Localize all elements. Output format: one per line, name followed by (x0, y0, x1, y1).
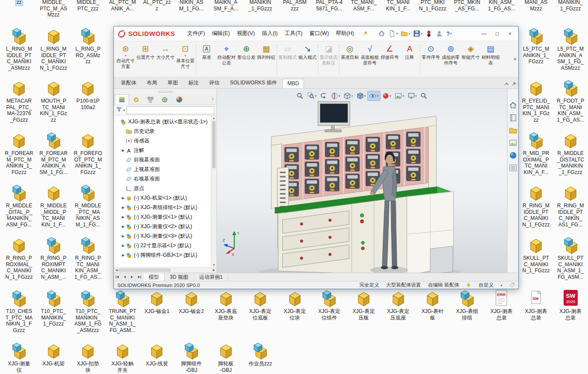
desktop-icon[interactable]: SKULL_PT C_MANIKI N_ASM_1_ FG_ASM... (554, 236, 588, 280)
graphics-viewport[interactable]: ▾▾▾▾▾▾▾▾ YZX (217, 89, 507, 273)
desktop-icon[interactable]: zz (2, 0, 36, 6)
desktop-icon[interactable]: R_RING_P ROXIMPT C_MANIKI N_ASM_... (37, 236, 71, 280)
desktop-icon[interactable]: L_RING_P RO_ASMz zz (71, 27, 105, 65)
tree-item[interactable]: 原点 (115, 184, 211, 193)
ribbon-auto-dimension-scheme[interactable]: ⊛▾自动尺寸方案 (116, 42, 136, 77)
hud-section-view-button[interactable]: ▾ (329, 91, 342, 101)
tree-expand-icon[interactable]: ▶ (121, 244, 126, 248)
displaymanager-tab[interactable] (172, 94, 186, 105)
ribbon-pattern-feature[interactable]: ▦阵列特征 (256, 42, 276, 77)
desktop-icon[interactable]: PAL_ASM zzz (278, 0, 312, 12)
pin-icon[interactable] (360, 29, 370, 39)
desktop-icon[interactable]: XJG-表定 位组件 (312, 289, 346, 321)
panel-grip[interactable] (114, 89, 216, 94)
menu-tools[interactable]: 工具(T) (281, 28, 306, 39)
tab-motion-study-1[interactable]: 运动算例1 (194, 273, 229, 281)
desktop-icon[interactable]: R_MIDDLE _DITAL_P_ MANIKIN_ ASM_FG... (2, 184, 36, 228)
tab-sketch[interactable]: 草图 (162, 77, 183, 88)
desktop-icon[interactable]: 脚脚组件 -GBJ (174, 342, 208, 373)
desktop-icon[interactable]: XJG-表定 压底座 (381, 289, 415, 321)
desktop-icon[interactable]: MANIKIN _1_FGzzz (243, 0, 277, 12)
taskpane-appearances-scenes-button[interactable] (509, 151, 517, 160)
tag-icon[interactable] (509, 282, 515, 288)
desktop-icon[interactable]: MANIKIN_ 1_FGzzz (554, 0, 588, 12)
desktop-icon[interactable]: P100-b1P 100a2 (71, 79, 105, 110)
status-large-assembly[interactable]: 大型装配体设置 (386, 282, 421, 288)
ribbon-geometric-tolerance[interactable]: ⊕形位公差 (236, 42, 256, 77)
tab-evaluate[interactable]: 评估 (204, 77, 225, 88)
desktop-icon[interactable]: R_MIDDLE _MIDDL_P TC_MANI KIN_1_F... (37, 184, 71, 228)
desktop-icon[interactable]: MIDDLE_ PTC_zzz (71, 0, 105, 12)
desktop-icon[interactable]: MOUTH_P TC_MANI KIN_1_FGz zz (37, 79, 71, 123)
desktop-icon[interactable]: KIN_ASM_ 1_FG_AS... (485, 0, 518, 12)
hud-previous-view-button[interactable] (318, 91, 329, 101)
desktop-icon[interactable]: R_MID_PR OXIMAL_P TC_MANI KIN_A_F... (519, 131, 553, 175)
scrollbar-thumb[interactable] (212, 121, 216, 168)
tree-item[interactable]: ▶A注解 (115, 145, 211, 155)
desktop-icon[interactable]: XJG-表底 座垫块 (209, 289, 243, 321)
tree-item[interactable]: 右视基准面 (115, 174, 211, 184)
menu-insert[interactable]: 插入(I) (258, 28, 281, 39)
desktop-icon[interactable]: L_RING_M IDDLE_PT C_MANIKI N_1_FGzzz (37, 27, 71, 71)
nav-last-button[interactable] (136, 273, 143, 281)
desktop-icon[interactable]: SKULL_PT C_MANIKI N_1_FGzzz (519, 236, 553, 274)
tree-expand-icon[interactable]: ▶ (121, 253, 126, 257)
tree-expand-icon[interactable]: ▶ (121, 234, 126, 238)
desktop-icon[interactable]: XJG-机架 (37, 342, 71, 367)
desktop-icon[interactable]: PAL_PTA-4 5871_FG... (312, 0, 346, 12)
desktop-icon[interactable]: NIKIN_AS M_1_FG... (174, 0, 208, 12)
desktop-icon[interactable]: MIDDLE_ PTC_M_AS Mzzz (37, 0, 71, 18)
desktop-icon[interactable]: XJG-表定 压板 (347, 289, 381, 321)
close-button[interactable]: × (504, 28, 517, 39)
desktop-icon[interactable]: SW2020XJG-测表 总装 (554, 289, 588, 321)
desktop-icon[interactable]: MAIKN_A SM_F_A... (209, 0, 243, 12)
desktop-icon[interactable]: R_MIDDLE _DISTALTC _MANIKIN _1_FGzzz (554, 131, 588, 175)
scrollbar-track[interactable] (211, 119, 216, 263)
desktop-icon[interactable]: R_FOREAR M_PTC_M ANIKIN_A SM_1_FG... (37, 131, 71, 175)
desktop-icon[interactable]: TRUNK_PT C_MANIKI N_ASM_1_ FG_ASM... (106, 289, 139, 333)
desktop-icon[interactable]: R_FOREFO OT_PTC_M ANIKIN_1_ FGzzz (71, 131, 105, 175)
desktop-icon[interactable]: XJG-钣金1 (140, 289, 174, 315)
tree-item[interactable]: ▶(-) XJG-测量仪<1> (默认) (115, 212, 211, 222)
tree-expand-icon[interactable]: ▶ (121, 215, 126, 219)
ribbon-bom[interactable]: ▤材料明细表 (481, 42, 501, 77)
tree-item[interactable]: ▶(-) XJG-测量仪<2> (默认) (115, 222, 211, 231)
nav-first-button[interactable] (114, 273, 121, 281)
tree-item[interactable]: 历史记录 (115, 126, 211, 136)
ribbon-display-state-annotation[interactable]: ◪显示状态差标注 (319, 42, 339, 77)
propertymanager-tab[interactable] (129, 94, 143, 105)
caret-down-icon[interactable]: ▾ (123, 109, 125, 112)
taskpane-file-explorer-button[interactable] (509, 126, 517, 135)
desktop-icon[interactable]: PTC_MKIN _AS_FG... (450, 0, 484, 12)
dimxpertmanager-tab[interactable] (158, 94, 172, 105)
new-document-button[interactable]: ▾ (387, 29, 399, 39)
ribbon-auto-pair-tolerance[interactable]: ⌖自动配对公差 (216, 42, 236, 77)
desktop-icon[interactable]: XJG-测量 仪 (2, 342, 36, 373)
minimize-button[interactable]: — (478, 28, 491, 39)
desktop-icon[interactable]: 作业员zzz (243, 342, 277, 367)
nav-previous-button[interactable] (121, 273, 129, 281)
pin-commandmanager-icon[interactable] (511, 81, 517, 87)
desktop-icon[interactable]: R_FOREAR M_PTC_M ANIKIN_1_ FGzzz (2, 131, 36, 175)
titlebar[interactable]: SOLIDWORKS 文件(F)编辑(E)视图(V)插入(I)工具(T)窗口(W… (114, 26, 518, 41)
scroll-down-icon[interactable]: ▼ (213, 263, 216, 266)
desktop-icon[interactable]: XJG-表组 排组 (450, 289, 484, 321)
hud-edit-appearance-button[interactable]: ▾ (380, 91, 393, 101)
hud-display-style-button[interactable]: ▾ (355, 91, 368, 101)
desktop-icon[interactable]: XJG-钣金2 (174, 289, 208, 315)
configurationmanager-tab[interactable] (143, 94, 158, 105)
ribbon-smart-dimension[interactable]: ◈智能尺寸 (461, 42, 481, 77)
tree-expand-icon[interactable]: ▶ (121, 225, 126, 229)
scrollbar-track[interactable] (117, 268, 213, 273)
desktop-icon[interactable]: 脚轮板 -GBJ (209, 342, 243, 373)
tree-expand-icon[interactable]: ▶ (121, 196, 126, 200)
desktop-icon[interactable]: METACAR PAL_PTC_ MA-22376 _FGzzz (2, 79, 36, 123)
taskpane-custom-properties-button[interactable] (509, 164, 517, 172)
tree-scrollbar[interactable]: ▲ ▼ (211, 116, 216, 267)
desktop-icon[interactable]: T10_CHES T_PTC_MA NIKIN_1_F Gzzz (2, 289, 36, 333)
ribbon-size-dimension[interactable]: ↔大小尺寸 (155, 42, 175, 77)
ribbon-group-balloon[interactable]: ⊚成组的零件序号 (441, 42, 461, 77)
desktop-icon[interactable]: XJG-轻触 开关 (106, 342, 139, 373)
desktop-icon[interactable]: R_EYELID_ PTC_MANI KIN_1_FGz zz (519, 79, 553, 123)
ribbon-import-scheme[interactable]: ↘输入模式 (297, 42, 317, 77)
